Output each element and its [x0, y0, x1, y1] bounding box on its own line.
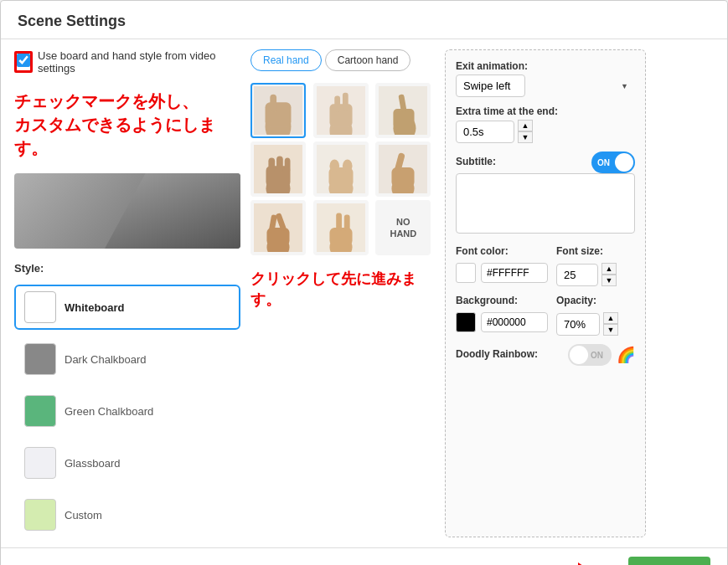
subtitle-toggle[interactable]: ON — [591, 152, 635, 173]
hand-icon-6 — [379, 145, 427, 193]
style-name-dark-chalkboard: Dark Chalkboard — [65, 353, 147, 366]
font-size-col: Font size: ▲ ▼ — [556, 245, 635, 286]
apply-button[interactable]: Apply — [628, 557, 710, 565]
style-swatch-dark-chalkboard — [24, 343, 56, 375]
opacity-stepper-btns: ▲ ▼ — [603, 312, 618, 336]
style-option-dark-chalkboard[interactable]: Dark Chalkboard — [14, 336, 240, 382]
hand-icon-8 — [317, 203, 365, 252]
font-color-input[interactable] — [481, 263, 548, 283]
left-panel: Use board and hand style from video sett… — [14, 49, 240, 537]
annotation-text-1: チェックマークを外し、 カスタムできるようにします。 — [14, 90, 240, 160]
exit-animation-select[interactable]: Swipe left Swipe right Fade out None — [456, 74, 525, 97]
subtitle-label: Subtitle: — [456, 156, 496, 167]
hand-cell-4[interactable] — [250, 141, 306, 197]
style-option-custom[interactable]: Custom — [14, 492, 240, 537]
font-size-input[interactable] — [556, 264, 598, 286]
tab-cartoon-hand[interactable]: Cartoon hand — [325, 49, 411, 71]
svg-point-23 — [343, 159, 353, 172]
exit-animation-label: Exit animation: — [456, 60, 635, 72]
opacity-stepper-row: ▲ ▼ — [556, 312, 635, 336]
board-preview — [14, 173, 240, 249]
hand-cell-3[interactable] — [375, 83, 431, 138]
svg-rect-36 — [336, 213, 342, 231]
hand-icon-1 — [254, 86, 302, 135]
doodle-toggle-label: ON — [591, 351, 603, 360]
font-color-swatch[interactable] — [456, 263, 476, 283]
hand-cell-1[interactable] — [250, 83, 306, 138]
hand-icon-4 — [254, 145, 302, 193]
scene-settings-dialog: Scene Settings Use board and hand style … — [0, 0, 728, 565]
style-swatch-custom — [24, 499, 56, 531]
use-board-style-checkbox[interactable] — [17, 54, 30, 67]
extra-time-stepper-row: ▲ ▼ — [456, 120, 635, 143]
dialog-footer: Cancel Apply — [1, 547, 727, 565]
hand-cell-no-hand[interactable]: NOHAND — [375, 200, 431, 255]
opacity-input[interactable] — [556, 313, 600, 336]
font-size-stepper-btns: ▲ ▼ — [602, 263, 617, 286]
font-color-size-row: Font color: Font size: ▲ ▼ — [456, 245, 635, 286]
subtitle-row: Subtitle: ON — [456, 152, 635, 173]
style-name-glassboard: Glassboard — [65, 457, 120, 470]
tab-real-hand[interactable]: Real hand — [250, 49, 322, 71]
style-label: Style: — [14, 262, 240, 275]
font-size-decrement-btn[interactable]: ▼ — [602, 275, 617, 286]
opacity-decrement-btn[interactable]: ▼ — [603, 324, 618, 336]
board-preview-inner — [105, 173, 240, 249]
style-swatch-whiteboard — [24, 291, 56, 323]
svg-rect-17 — [276, 157, 283, 172]
doodle-rainbow-label: Doodly Rainbow: — [456, 348, 538, 360]
hand-grid: NOHAND — [250, 83, 435, 255]
svg-rect-37 — [344, 215, 350, 231]
hand-icon-7 — [254, 203, 302, 252]
background-label: Background: — [456, 295, 548, 306]
opacity-label: Opacity: — [556, 295, 635, 306]
checkbox-label: Use board and hand style from video sett… — [38, 49, 240, 74]
style-name-green-chalkboard: Green Chalkboard — [65, 405, 153, 418]
dialog-title: Scene Settings — [18, 13, 126, 29]
dialog-header: Scene Settings — [1, 1, 727, 39]
red-arrow-annotation — [528, 562, 593, 566]
svg-point-22 — [329, 159, 339, 172]
style-name-custom: Custom — [65, 509, 102, 521]
exit-animation-select-wrapper: Swipe left Swipe right Fade out None — [456, 74, 635, 97]
extra-time-stepper-btns: ▲ ▼ — [518, 120, 533, 143]
svg-rect-3 — [270, 95, 276, 112]
arrow-head — [578, 562, 593, 566]
extra-time-decrement-btn[interactable]: ▼ — [518, 131, 533, 143]
doodle-toggle[interactable]: ON — [568, 344, 612, 366]
background-color-input[interactable] — [481, 312, 548, 332]
hand-cell-5[interactable] — [313, 141, 369, 197]
style-option-whiteboard[interactable]: Whiteboard — [14, 285, 240, 330]
hand-tabs: Real hand Cartoon hand — [250, 49, 435, 71]
hand-icon-3 — [379, 86, 427, 135]
font-size-increment-btn[interactable]: ▲ — [602, 263, 617, 275]
doodle-rainbow-row: Doodly Rainbow: ON 🌈 — [456, 344, 635, 366]
extra-time-increment-btn[interactable]: ▲ — [518, 120, 533, 131]
hand-cell-7[interactable] — [250, 200, 306, 255]
hand-cell-8[interactable] — [313, 200, 369, 255]
background-col: Background: — [456, 295, 548, 336]
extra-time-input[interactable] — [456, 121, 514, 143]
hand-cell-2[interactable] — [313, 83, 369, 138]
svg-rect-6 — [329, 104, 352, 126]
background-color-row — [456, 312, 548, 332]
hand-cell-6[interactable] — [375, 141, 431, 197]
rainbow-icon: 🌈 — [617, 346, 635, 364]
checkbox-row: Use board and hand style from video sett… — [14, 49, 240, 74]
style-option-green-chalkboard[interactable]: Green Chalkboard — [14, 388, 240, 434]
subtitle-toggle-knob — [615, 153, 633, 172]
subtitle-textarea[interactable] — [456, 173, 635, 234]
style-option-glassboard[interactable]: Glassboard — [14, 440, 240, 485]
font-color-label: Font color: — [456, 245, 548, 257]
font-size-label: Font size: — [556, 245, 635, 257]
style-swatch-green-chalkboard — [24, 395, 56, 427]
no-hand-label: NOHAND — [390, 216, 416, 240]
svg-rect-26 — [392, 167, 415, 187]
hand-icon-5 — [317, 145, 365, 193]
svg-rect-8 — [343, 93, 349, 110]
opacity-increment-btn[interactable]: ▲ — [603, 312, 618, 324]
background-color-swatch[interactable] — [456, 312, 476, 332]
annotation-text-2: クリックして先に進みます。 — [250, 269, 435, 311]
extra-time-label: Extra time at the end: — [456, 105, 635, 117]
extra-time-section: Extra time at the end: ▲ ▼ — [456, 105, 635, 143]
